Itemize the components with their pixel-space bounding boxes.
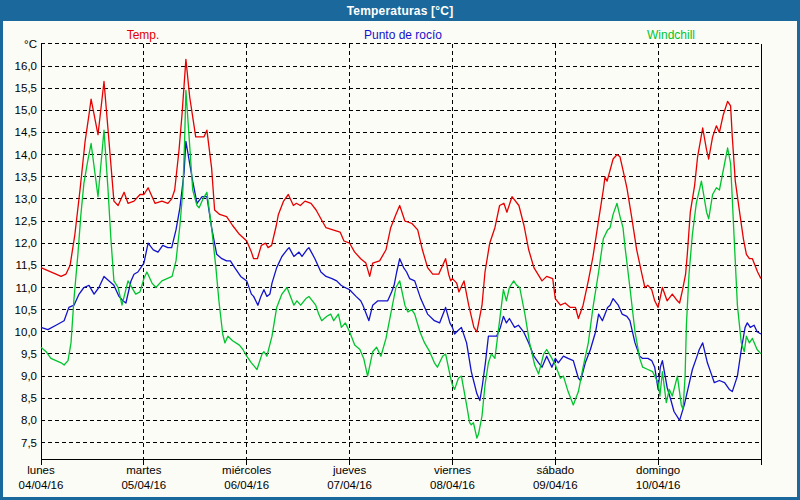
y-tick-label: 11,0 — [15, 282, 37, 294]
x-day-name-label: martes — [126, 464, 161, 476]
y-axis-unit-label: °C — [24, 38, 37, 50]
x-day-name-label: jueves — [332, 464, 366, 476]
y-tick-label: 12,5 — [15, 215, 37, 227]
y-tick-label: 14,0 — [15, 149, 37, 161]
x-day-date-label: 04/04/16 — [19, 479, 64, 491]
x-day-name-label: sábado — [536, 464, 574, 476]
y-tick-label: 15,0 — [15, 104, 37, 116]
y-tick-label: 10,5 — [15, 304, 37, 316]
y-tick-label: 13,0 — [15, 193, 37, 205]
x-day-date-label: 07/04/16 — [327, 479, 372, 491]
x-day-date-label: 06/04/16 — [224, 479, 269, 491]
y-tick-label: 7,5 — [21, 437, 37, 449]
window-title: Temperaturas [°C] — [347, 4, 454, 18]
series-temp-line — [41, 59, 761, 331]
chart-area: Temp. Punto de rocío Windchill °C16,015,… — [3, 21, 797, 497]
chart-canvas: °C16,015,515,014,514,013,513,012,512,011… — [3, 21, 797, 497]
title-bar: Temperaturas [°C] — [3, 3, 797, 21]
y-tick-label: 14,5 — [15, 126, 37, 138]
x-day-date-label: 10/04/16 — [636, 479, 681, 491]
y-tick-label: 12,0 — [15, 237, 37, 249]
y-tick-label: 8,0 — [21, 414, 37, 426]
y-tick-label: 9,0 — [21, 370, 37, 382]
y-tick-label: 9,5 — [21, 348, 37, 360]
y-tick-label: 8,5 — [21, 392, 37, 404]
y-tick-label: 13,5 — [15, 171, 37, 183]
x-day-date-label: 05/04/16 — [121, 479, 166, 491]
x-day-date-label: 09/04/16 — [533, 479, 578, 491]
x-day-date-label: 08/04/16 — [430, 479, 475, 491]
x-day-name-label: miércoles — [222, 464, 271, 476]
series-dew-point-line — [41, 141, 761, 420]
y-tick-label: 15,5 — [15, 82, 37, 94]
series-windchill-line — [41, 90, 761, 438]
x-day-name-label: lunes — [27, 464, 55, 476]
y-tick-label: 16,0 — [15, 60, 37, 72]
app-window: Temperaturas [°C] Temp. Punto de rocío W… — [0, 0, 800, 500]
x-day-name-label: domingo — [636, 464, 680, 476]
y-tick-label: 10,0 — [15, 326, 37, 338]
x-day-name-label: viernes — [434, 464, 471, 476]
y-tick-label: 11,5 — [15, 259, 37, 271]
